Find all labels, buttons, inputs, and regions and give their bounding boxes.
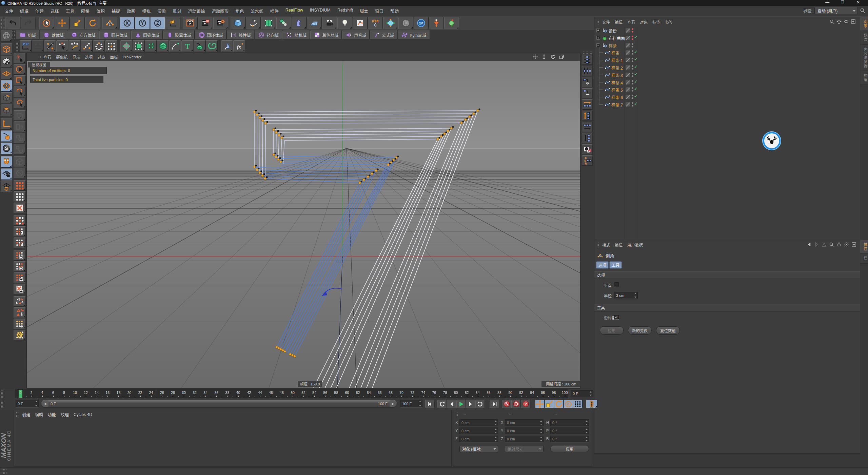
menu-动画[interactable]: 动画 [124,8,138,14]
om-visibility-render-dot[interactable] [632,31,633,33]
floor-button[interactable] [307,17,322,29]
om-tab-场次[interactable]: 场次 [860,31,868,45]
dots-up-button[interactable] [14,226,26,237]
lattice-button[interactable] [120,40,132,52]
om-row-样条.6[interactable]: 样条.6✓ [594,93,860,101]
subdivision-surface-button[interactable] [261,17,276,29]
menu-模拟[interactable]: 模拟 [140,8,153,14]
attr-button-应用[interactable]: 应用 [600,326,624,335]
help-cursor-button[interactable]: ? [14,53,26,63]
layout-st-psr-button[interactable]: PSR [582,155,593,166]
viewport-menu-摄像机[interactable]: 摄像机 [56,54,68,60]
om-object-name[interactable]: 样条.7 [611,102,623,108]
goto-end-button[interactable] [490,400,499,408]
om-row-样条.2[interactable]: 样条.2✓ [594,64,860,71]
om-row-样条.7[interactable]: 样条.7✓ [594,101,860,108]
field-button-python-field[interactable]: Python域 [398,31,430,39]
timeline-grip[interactable] [1,390,4,398]
om-menu-标签[interactable]: 标签 [652,19,660,25]
goto-start-button[interactable] [425,400,435,408]
om-visibility-render-dot[interactable] [632,46,633,48]
grid-sync-button[interactable] [1,180,12,192]
om-edit-toggle[interactable] [626,43,630,48]
attr-tri-right-icon[interactable] [814,242,819,247]
viewport-grip[interactable] [38,54,41,60]
om-menu-查看[interactable]: 查看 [627,19,635,25]
om-row-样条.3[interactable]: 样条.3✓ [594,71,860,79]
om-visibility-render-dot[interactable] [632,60,633,62]
play-forwards-button[interactable] [475,400,485,408]
text-T-button[interactable]: T [181,40,193,52]
field-button-cone-field[interactable]: 圆锥体域 [131,31,163,39]
layout-st-h1-button[interactable] [582,55,593,65]
attr-field-半径[interactable]: 3 cm [614,292,638,299]
menu-脚本[interactable]: 脚本 [357,8,371,14]
globe-button[interactable] [1,30,12,41]
menu-角色[interactable]: 角色 [233,8,246,14]
psr-button[interactable]: PSR0 [368,17,383,29]
magnet-button[interactable] [1,156,12,168]
menu-体积[interactable]: 体积 [94,8,107,14]
cube-tail-button[interactable] [194,40,205,52]
modeling-grip[interactable] [16,41,19,51]
dots-right-button[interactable] [14,319,26,329]
menu-运动跟踪[interactable]: 运动跟踪 [185,8,207,14]
field-button-sound-field[interactable]: 声音域 [342,31,370,39]
om-menu-对象[interactable]: 对象 [640,19,648,25]
range-end-field[interactable]: 100 F [400,400,422,407]
current-frame-field[interactable]: 0 F [571,390,593,397]
field-button-formula-field[interactable]: 公式域 [370,31,397,39]
material-grip[interactable] [16,412,19,417]
attr-section-选项[interactable]: 选项 [594,271,860,279]
menu-雕刻[interactable]: 雕刻 [170,8,183,14]
menu-帮助[interactable]: 帮助 [388,8,401,14]
coord-field-2-P[interactable]: 0 ° [550,428,589,434]
points-circle-button[interactable] [93,40,105,52]
om-enabled-check[interactable]: ✓ [634,50,637,54]
cubes-gray-button[interactable] [32,40,44,52]
layout-st-h2-button[interactable] [582,66,593,76]
field-button-torus-field[interactable]: 圆环体域 [195,31,226,39]
om-object-name[interactable]: 备份 [609,28,617,34]
bend-button[interactable] [292,17,307,29]
om-visibility-editor-dot[interactable] [632,36,633,37]
menu-流水线[interactable]: 流水线 [248,8,266,14]
material-menu-创建[interactable]: 创建 [22,412,30,417]
keyframe-selection-button[interactable]: ? [521,400,530,408]
om-enabled-check[interactable]: ✓ [634,72,637,77]
menu-文件[interactable]: 文件 [2,8,16,14]
attr-tab-属性[interactable]: 属性 [860,240,868,254]
field-button-group-field[interactable]: 组域 [16,31,39,39]
viewport-pan-icon[interactable] [532,54,538,60]
rotate-button[interactable] [85,17,100,29]
move-button[interactable] [55,17,70,29]
viewport-zoomv-icon[interactable] [541,54,547,60]
menu-RealFlow[interactable]: RealFlow [283,8,305,14]
layout-st-right-button[interactable] [582,122,593,132]
mograph-button[interactable] [383,17,398,29]
lock-y-axis-button[interactable]: Y [135,17,150,29]
mode-mouse-button[interactable] [1,130,12,142]
spline-pen-button[interactable] [246,17,261,29]
play-backwards-button[interactable] [437,400,447,408]
viewport-menu-过滤[interactable]: 过滤 [98,54,105,60]
om-edit-toggle[interactable] [626,87,630,92]
close-button[interactable]: ✕ [853,0,863,6]
om-tab-构造[interactable]: 构造 [860,71,868,85]
meshcube-button[interactable] [157,40,169,52]
camera-button[interactable] [322,17,337,29]
om-object-name[interactable]: 样条.1 [611,57,623,63]
lock-z-axis-button[interactable]: Z [150,17,165,29]
grid-lock-button[interactable] [1,168,12,180]
coord-field-0-X[interactable]: 0 cm [459,419,498,426]
coord-field-2-H[interactable]: 0 ° [550,419,589,426]
strip-grip[interactable] [583,51,592,54]
layout-st-ud-button[interactable] [582,111,593,121]
om-row-备份[interactable]: +备份 [594,27,860,34]
om-object-name[interactable]: 样条 [609,43,617,49]
om-enabled-check[interactable]: ✓ [634,94,637,99]
om-edit-toggle[interactable] [626,102,630,107]
viewport-menu-面板[interactable]: 面板 [110,54,118,60]
points-grid-button[interactable] [105,40,117,52]
attr-tab-工具[interactable]: 工具 [609,261,622,269]
